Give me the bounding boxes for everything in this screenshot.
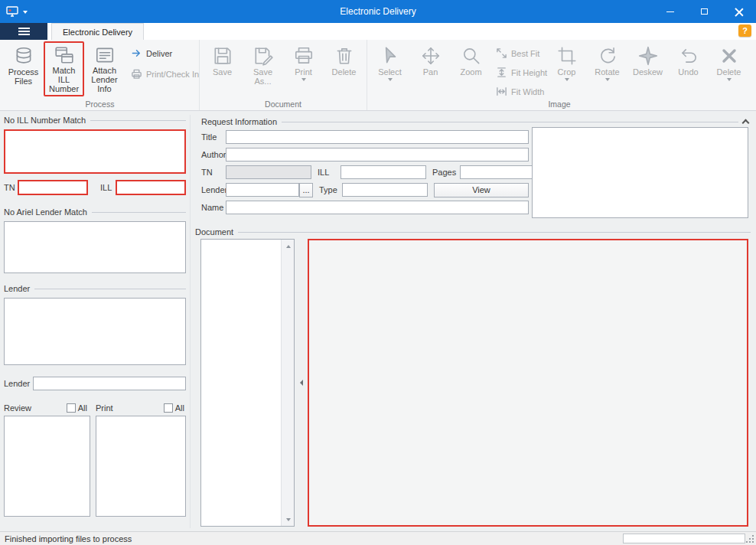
delete-dropdown-caret-icon bbox=[727, 78, 732, 81]
left-panel: No ILL Number Match TN ILL No Ariel Lend… bbox=[4, 115, 186, 517]
deskew-button[interactable]: Deskew bbox=[627, 41, 668, 96]
document-section-header: Document bbox=[195, 227, 751, 237]
name-input[interactable] bbox=[226, 201, 529, 214]
fit-height-button[interactable]: Fit Height bbox=[496, 66, 543, 80]
thumbnail-scrollbar[interactable] bbox=[281, 240, 294, 526]
cursor-select-icon bbox=[380, 44, 401, 67]
tn-input[interactable] bbox=[18, 180, 88, 195]
printer-icon bbox=[131, 68, 142, 81]
maximize-button[interactable] bbox=[687, 0, 722, 23]
fit-height-icon bbox=[496, 67, 507, 80]
save-as-button[interactable]: Save As... bbox=[243, 41, 283, 96]
request-tn-input[interactable] bbox=[226, 165, 311, 179]
request-lender-label: Lender bbox=[201, 185, 226, 194]
collapse-left-icon bbox=[300, 380, 303, 386]
name-label: Name bbox=[201, 203, 226, 212]
print-list[interactable] bbox=[96, 416, 186, 517]
window-title: Electronic Delivery bbox=[0, 6, 756, 17]
pan-move-icon bbox=[420, 44, 442, 67]
no-ariel-lender-match-list[interactable] bbox=[4, 221, 186, 273]
attach-lender-info-button[interactable]: Attach Lender Info bbox=[84, 41, 125, 96]
ill-label: ILL bbox=[100, 183, 116, 192]
document-thumbnail-list[interactable] bbox=[200, 239, 295, 527]
no-ill-number-match-list[interactable] bbox=[4, 129, 186, 174]
ill-input[interactable] bbox=[116, 180, 186, 195]
request-tn-label: TN bbox=[201, 168, 226, 177]
print-all-label: All bbox=[175, 403, 184, 413]
ribbon-group-image: Select Pan Zoom Best Fit bbox=[367, 40, 751, 110]
crop-icon bbox=[556, 44, 578, 67]
author-input[interactable] bbox=[226, 148, 529, 162]
no-ariel-lender-match-header: No Ariel Lender Match bbox=[4, 207, 186, 217]
rotate-button[interactable]: Rotate bbox=[587, 41, 627, 96]
document-viewer[interactable] bbox=[308, 239, 748, 527]
no-ill-number-match-header: No ILL Number Match bbox=[4, 115, 186, 126]
help-icon[interactable]: ? bbox=[738, 24, 751, 37]
author-label: Author bbox=[201, 150, 226, 159]
deliver-button[interactable]: Deliver bbox=[131, 47, 194, 60]
lender-input[interactable] bbox=[33, 377, 186, 390]
delete-image-button[interactable]: Delete bbox=[709, 41, 749, 96]
print-button[interactable]: Print bbox=[283, 41, 324, 96]
deskew-star-icon bbox=[637, 44, 659, 67]
hamburger-icon bbox=[18, 28, 30, 29]
deliver-arrow-icon bbox=[131, 47, 142, 60]
zoom-button[interactable]: Zoom bbox=[451, 41, 491, 96]
save-button[interactable]: Save bbox=[202, 41, 243, 96]
pan-button[interactable]: Pan bbox=[410, 41, 451, 96]
lender-list[interactable] bbox=[4, 298, 186, 365]
match-ill-number-button[interactable]: Match ILL Number bbox=[44, 41, 84, 96]
collapse-chevron-icon[interactable] bbox=[742, 119, 750, 127]
scroll-up-button[interactable] bbox=[282, 240, 295, 253]
minimize-button[interactable] bbox=[653, 0, 687, 23]
lender-ellipsis-button[interactable]: ... bbox=[299, 183, 313, 197]
request-information-form: Title Author TN ILL Pages Lender ... Typ… bbox=[201, 130, 529, 218]
tn-label: TN bbox=[4, 183, 18, 192]
scroll-up-icon bbox=[286, 245, 291, 248]
trash-icon bbox=[334, 44, 355, 67]
request-lender-input[interactable] bbox=[226, 183, 299, 197]
right-panel: Request Information Title Author TN ILL … bbox=[195, 115, 752, 532]
close-button[interactable] bbox=[722, 0, 756, 23]
minimize-icon bbox=[666, 11, 674, 12]
type-label: Type bbox=[319, 185, 342, 194]
window-controls bbox=[653, 0, 756, 23]
review-label: Review bbox=[4, 403, 31, 413]
rotate-icon bbox=[597, 44, 618, 67]
fit-buttons: Best Fit Fit Height Fit Width bbox=[491, 41, 546, 99]
print-all-checkbox[interactable] bbox=[164, 403, 173, 413]
print-icon bbox=[293, 44, 314, 67]
fit-width-button[interactable]: Fit Width bbox=[496, 85, 543, 99]
process-files-button[interactable]: Process Files bbox=[3, 41, 44, 96]
crop-button[interactable]: Crop bbox=[546, 41, 587, 96]
scroll-down-button[interactable] bbox=[282, 513, 295, 526]
rotate-dropdown-caret-icon bbox=[605, 78, 610, 81]
resize-grip-icon[interactable] bbox=[752, 541, 754, 543]
save-as-icon bbox=[253, 44, 274, 67]
view-button[interactable]: View bbox=[434, 183, 529, 197]
print-check-in-button[interactable]: Print/Check In bbox=[131, 67, 194, 81]
lender-card-icon bbox=[94, 44, 116, 66]
request-preview-box bbox=[532, 127, 748, 218]
request-ill-input[interactable] bbox=[341, 165, 426, 179]
status-message: Finished importing files to process bbox=[5, 534, 132, 543]
status-bar: Finished importing files to process bbox=[0, 531, 756, 545]
review-list[interactable] bbox=[4, 416, 90, 517]
title-bar: Electronic Delivery bbox=[0, 0, 756, 23]
group-label-image: Image bbox=[367, 100, 751, 109]
delete-document-button[interactable]: Delete bbox=[324, 41, 364, 96]
review-all-checkbox[interactable] bbox=[67, 403, 76, 413]
best-fit-button[interactable]: Best Fit bbox=[496, 47, 543, 60]
request-information-title: Request Information bbox=[201, 117, 277, 126]
document-splitter[interactable] bbox=[298, 239, 305, 527]
tab-electronic-delivery[interactable]: Electronic Delivery bbox=[51, 23, 144, 40]
type-input[interactable] bbox=[342, 183, 428, 197]
undo-button[interactable]: Undo bbox=[668, 41, 709, 96]
no-ariel-lender-match-title: No Ariel Lender Match bbox=[4, 207, 87, 217]
app-menu-button[interactable] bbox=[0, 23, 47, 40]
select-button[interactable]: Select bbox=[370, 41, 410, 96]
title-input[interactable] bbox=[226, 130, 529, 144]
delete-x-icon bbox=[719, 44, 740, 67]
magnifier-icon bbox=[461, 44, 482, 67]
lender-section-title: Lender bbox=[4, 284, 30, 293]
